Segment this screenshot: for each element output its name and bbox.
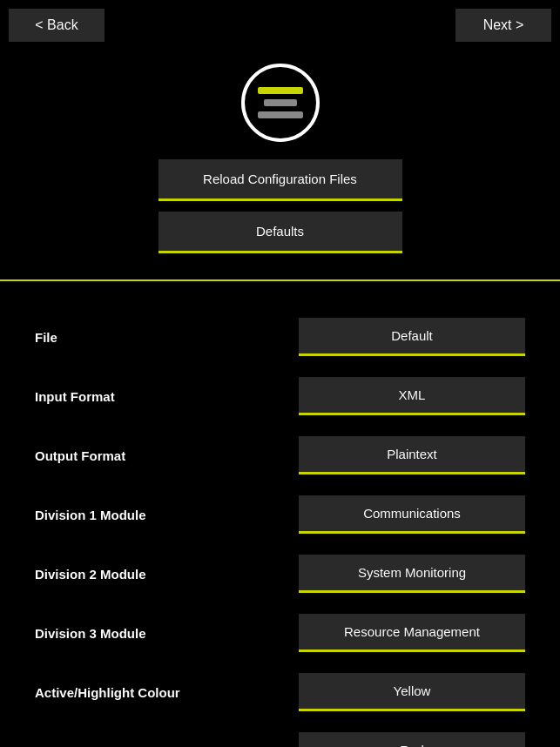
logo-bar-2 xyxy=(264,99,297,106)
back-button[interactable]: < Back xyxy=(9,9,105,42)
defaults-button[interactable]: Defaults xyxy=(159,212,402,253)
logo-area xyxy=(0,50,560,151)
setting-row: Active/Highlight ColourYellow xyxy=(35,663,525,722)
setting-value-button[interactable]: Plaintext xyxy=(299,436,525,474)
setting-label: Warning/Alert Colour xyxy=(35,744,209,748)
setting-row: Division 1 ModuleCommunications xyxy=(35,485,525,544)
setting-value-button[interactable]: XML xyxy=(299,377,525,415)
setting-row: Division 3 ModuleResource Management xyxy=(35,603,525,663)
setting-row: Warning/Alert ColourRed xyxy=(35,722,525,747)
setting-row: FileDefault xyxy=(35,307,525,367)
reload-config-button[interactable]: Reload Configuration Files xyxy=(159,159,402,201)
setting-label: Active/Highlight Colour xyxy=(35,685,209,700)
setting-row: Input FormatXML xyxy=(35,367,525,426)
setting-label: Input Format xyxy=(35,389,209,404)
section-divider xyxy=(0,279,560,281)
header: < Back Next > xyxy=(0,0,560,50)
next-button[interactable]: Next > xyxy=(455,9,551,42)
logo-bar-1 xyxy=(258,87,303,94)
setting-label: Division 3 Module xyxy=(35,626,209,641)
setting-value-button[interactable]: System Monitoring xyxy=(299,555,525,593)
setting-label: Output Format xyxy=(35,448,209,463)
setting-value-button[interactable]: Yellow xyxy=(299,673,525,711)
setting-value-button[interactable]: Red xyxy=(299,732,525,747)
action-buttons: Reload Configuration Files Defaults xyxy=(0,151,560,271)
setting-value-button[interactable]: Default xyxy=(299,318,525,356)
logo-circle xyxy=(241,64,320,142)
setting-label: File xyxy=(35,330,209,345)
setting-row: Output FormatPlaintext xyxy=(35,426,525,485)
setting-label: Division 2 Module xyxy=(35,567,209,582)
setting-row: Division 2 ModuleSystem Monitoring xyxy=(35,544,525,603)
logo-bar-3 xyxy=(258,111,303,118)
setting-label: Division 1 Module xyxy=(35,508,209,522)
setting-value-button[interactable]: Communications xyxy=(299,495,525,534)
setting-value-button[interactable]: Resource Management xyxy=(299,614,525,652)
settings-section: FileDefaultInput FormatXMLOutput FormatP… xyxy=(0,290,560,747)
